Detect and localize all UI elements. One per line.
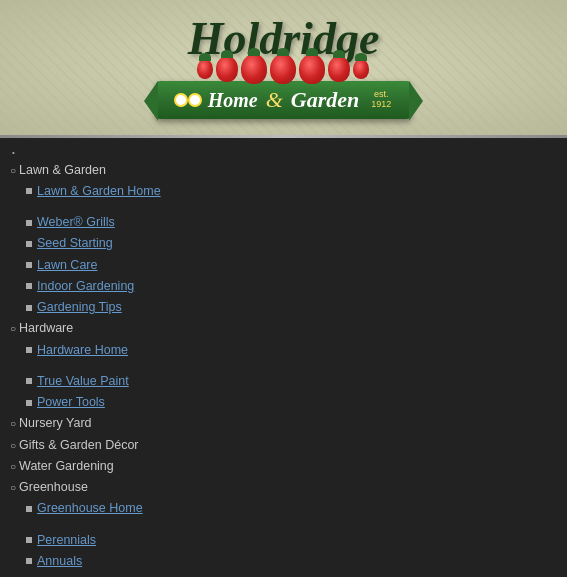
nav-link-annuals[interactable]: Annuals <box>37 551 82 572</box>
nav-link-lawn-care[interactable]: Lawn Care <box>37 255 97 276</box>
list-item: Weber® Grills <box>26 212 567 233</box>
banner-home-text: Home <box>208 89 258 112</box>
strawberry-icon <box>353 59 369 79</box>
list-item: Power Tools <box>26 392 567 413</box>
flower-icon <box>190 95 200 105</box>
banner-est: est.1912 <box>371 90 391 110</box>
circle-bullet-icon: ○ <box>10 415 16 432</box>
nav-section-hardware: ○ Hardware Hardware Home True Value Pain… <box>10 318 567 413</box>
list-item: True Value Paint <box>26 371 567 392</box>
circle-bullet-icon: ○ <box>10 162 16 179</box>
nav-link-power-tools[interactable]: Power Tools <box>37 392 105 413</box>
nav-link-gifts[interactable]: Gifts & Garden Décor <box>19 435 139 456</box>
navigation: • ○ Lawn & Garden Lawn & Garden Home Web… <box>0 138 567 577</box>
square-bullet-icon <box>26 241 32 247</box>
nav-link-water-gardening[interactable]: Water Gardening <box>19 456 114 477</box>
square-bullet-icon <box>26 262 32 268</box>
nav-sublist-lawn-garden: Lawn & Garden Home Weber® Grills Seed St… <box>10 181 567 319</box>
strawberry-icon <box>197 59 213 79</box>
strawberry-icon <box>270 54 296 84</box>
header: Holdridge Home & Garden est.1912 <box>0 0 567 135</box>
list-item: Hardware Home <box>26 340 567 361</box>
square-bullet-icon <box>26 558 32 564</box>
square-bullet-icon <box>26 537 32 543</box>
circle-bullet-icon: ○ <box>10 437 16 454</box>
banner-ampersand: & <box>266 87 283 113</box>
list-item: Greenhouse Home <box>26 498 567 519</box>
nav-link-nursery-yard[interactable]: Nursery Yard <box>19 413 91 434</box>
nav-section-greenhouse: ○ Greenhouse Greenhouse Home Perennials … <box>10 477 567 577</box>
list-item: Gardening Tips <box>26 297 567 318</box>
circle-bullet-icon: ○ <box>10 320 16 337</box>
nav-list: • ○ Lawn & Garden Lawn & Garden Home Web… <box>10 146 567 577</box>
list-item: Lawn Care <box>26 255 567 276</box>
list-item-empty <box>26 520 567 530</box>
nav-section-nursery-yard: ○ Nursery Yard <box>10 413 567 434</box>
nav-sublist-greenhouse: Greenhouse Home Perennials Annuals Herbs <box>10 498 567 577</box>
list-item: Lawn & Garden Home <box>26 181 567 202</box>
flower-decoration <box>176 95 200 105</box>
strawberry-icon <box>328 56 350 82</box>
nav-link-herbs[interactable]: Herbs <box>37 572 70 577</box>
nav-section-lawn-garden: ○ Lawn & Garden Lawn & Garden Home Weber… <box>10 160 567 319</box>
list-item: Herbs <box>26 572 567 577</box>
square-bullet-icon <box>26 506 32 512</box>
square-bullet-icon <box>26 305 32 311</box>
strawberry-icon <box>216 56 238 82</box>
flower-icon <box>176 95 186 105</box>
banner-garden-text: Garden <box>291 87 359 113</box>
square-bullet-icon <box>26 188 32 194</box>
square-bullet-icon <box>26 220 32 226</box>
nav-link-weber-grills[interactable]: Weber® Grills <box>37 212 115 233</box>
nav-link-hardware-home[interactable]: Hardware Home <box>37 340 128 361</box>
list-item: Annuals <box>26 551 567 572</box>
square-bullet-icon <box>26 378 32 384</box>
brand-banner: Home & Garden est.1912 <box>156 81 412 119</box>
nav-link-lawn-garden[interactable]: Lawn & Garden <box>19 160 106 181</box>
square-bullet-icon <box>26 283 32 289</box>
nav-link-true-value-paint[interactable]: True Value Paint <box>37 371 129 392</box>
square-bullet-icon <box>26 400 32 406</box>
nav-link-lawn-garden-home[interactable]: Lawn & Garden Home <box>37 181 161 202</box>
nav-link-perennials[interactable]: Perennials <box>37 530 96 551</box>
nav-sublist-hardware: Hardware Home True Value Paint Power Too… <box>10 340 567 414</box>
nav-section-gifts: ○ Gifts & Garden Décor <box>10 435 567 456</box>
list-item-empty <box>26 202 567 212</box>
list-item: Seed Starting <box>26 233 567 254</box>
logo-container: Holdridge Home & Garden est.1912 <box>156 16 412 119</box>
circle-bullet-icon: ○ <box>10 479 16 496</box>
strawberry-icon <box>241 54 267 84</box>
list-item: Perennials <box>26 530 567 551</box>
list-item: Indoor Gardening <box>26 276 567 297</box>
list-item-empty <box>26 361 567 371</box>
strawberry-decoration <box>156 54 412 84</box>
nav-link-greenhouse-home[interactable]: Greenhouse Home <box>37 498 143 519</box>
strawberry-icon <box>299 54 325 84</box>
nav-link-indoor-gardening[interactable]: Indoor Gardening <box>37 276 134 297</box>
nav-section-water-gardening: ○ Water Gardening <box>10 456 567 477</box>
square-bullet-icon <box>26 347 32 353</box>
nav-link-seed-starting[interactable]: Seed Starting <box>37 233 113 254</box>
nav-link-gardening-tips[interactable]: Gardening Tips <box>37 297 122 318</box>
nav-top-bullet: • <box>10 146 567 160</box>
nav-link-greenhouse[interactable]: Greenhouse <box>19 477 88 498</box>
nav-link-hardware[interactable]: Hardware <box>19 318 73 339</box>
circle-bullet-icon: ○ <box>10 458 16 475</box>
